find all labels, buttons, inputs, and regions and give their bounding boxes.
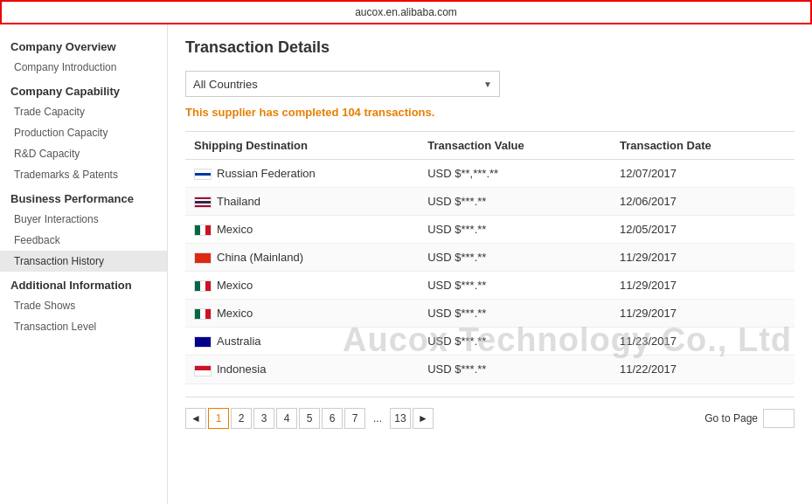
sidebar-item-feedback[interactable]: Feedback [0, 230, 167, 251]
sidebar-section-company-overview: Company Overview [0, 33, 167, 57]
page-title: Transaction Details [185, 38, 795, 57]
transaction-number: 104 [342, 106, 361, 119]
col-transaction-value: Transaction Value [419, 132, 611, 160]
url-text: aucox.en.alibaba.com [355, 6, 457, 18]
country-name: Mexico [217, 279, 253, 292]
page-btn-3[interactable]: 3 [253, 408, 274, 429]
cell-value: USD $***.** [419, 216, 611, 244]
cell-date: 12/07/2017 [611, 160, 795, 188]
flag-icon-ru [194, 169, 212, 180]
table-row: MexicoUSD $***.**11/29/2017 [185, 300, 795, 328]
dropdown-value: All Countries [193, 78, 258, 91]
table-row: China (Mainland)USD $***.**11/29/2017 [185, 244, 795, 272]
sidebar-section-additional-information: Additional Information [0, 272, 167, 295]
cell-country: Mexico [185, 216, 419, 244]
table-row: MexicoUSD $***.**12/05/2017 [185, 216, 795, 244]
country-dropdown[interactable]: All Countries ▼ [185, 71, 500, 97]
dropdown-arrow-icon: ▼ [483, 79, 492, 89]
cell-date: 12/06/2017 [611, 188, 795, 216]
cell-value: USD $***.** [419, 244, 611, 272]
flag-icon-mx [194, 280, 212, 292]
sidebar-item-trade-capacity[interactable]: Trade Capacity [0, 101, 167, 122]
cell-country: China (Mainland) [185, 244, 419, 272]
prev-page-button[interactable]: ◄ [185, 408, 206, 429]
sidebar-section-company-capability: Company Capability [0, 78, 167, 101]
flag-icon-cn [194, 252, 212, 264]
cell-date: 12/05/2017 [611, 216, 795, 244]
transaction-table: Shipping Destination Transaction Value T… [185, 131, 795, 384]
flag-icon-mx [194, 308, 212, 320]
go-to-page-input[interactable] [763, 409, 795, 428]
go-to-page-label: Go to Page [704, 412, 758, 425]
sidebar-item-trade-shows[interactable]: Trade Shows [0, 295, 167, 316]
country-name: Thailand [217, 195, 260, 208]
page-btn-2[interactable]: 2 [231, 408, 252, 429]
transaction-prefix: This supplier has completed [185, 106, 342, 119]
cell-date: 11/23/2017 [611, 328, 795, 356]
cell-country: Thailand [185, 188, 419, 216]
page-btn-7[interactable]: 7 [344, 408, 365, 429]
cell-country: Indonesia [185, 356, 419, 383]
country-name: China (Mainland) [217, 251, 303, 264]
sidebar-item-transaction-history[interactable]: Transaction History [0, 251, 167, 272]
table-row: IndonesiaUSD $***.**11/22/2017 [185, 356, 795, 383]
page-btn-6[interactable]: 6 [322, 408, 343, 429]
page-dots: ... [367, 408, 388, 429]
page-btn-13[interactable]: 13 [390, 408, 411, 429]
cell-date: 11/29/2017 [611, 244, 795, 272]
go-to-page: Go to Page [704, 409, 795, 428]
sidebar-item-company-introduction[interactable]: Company Introduction [0, 57, 167, 78]
main-content: Transaction Details All Countries ▼ This… [168, 24, 812, 443]
cell-value: USD $**,***.** [419, 160, 611, 188]
cell-country: Mexico [185, 300, 419, 328]
cell-country: Russian Federation [185, 160, 419, 188]
sidebar-section-business-performance: Business Performance [0, 185, 167, 209]
table-row: MexicoUSD $***.**11/29/2017 [185, 272, 795, 300]
cell-value: USD $***.** [419, 328, 611, 356]
cell-value: USD $***.** [419, 300, 611, 328]
cell-date: 11/29/2017 [611, 300, 795, 328]
cell-country: Australia [185, 328, 419, 356]
flag-icon-au [194, 336, 212, 348]
sidebar-item-buyer-interactions[interactable]: Buyer Interactions [0, 209, 167, 230]
sidebar-item-trademarks-patents[interactable]: Trademarks & Patents [0, 164, 167, 185]
col-transaction-date: Transaction Date [611, 132, 795, 160]
flag-icon-th [194, 197, 212, 208]
flag-icon-mx [194, 224, 212, 236]
transaction-count-row: This supplier has completed 104 transact… [185, 106, 795, 119]
table-row: ThailandUSD $***.**12/06/2017 [185, 188, 795, 216]
cell-date: 11/22/2017 [611, 356, 795, 383]
sidebar: Company OverviewCompany IntroductionComp… [0, 24, 168, 504]
transaction-suffix: transactions. [361, 106, 435, 119]
next-page-button[interactable]: ► [413, 408, 434, 429]
page-btn-1[interactable]: 1 [208, 408, 229, 429]
col-shipping-destination: Shipping Destination [185, 132, 419, 160]
sidebar-item-rd-capacity[interactable]: R&D Capacity [0, 143, 167, 164]
cell-value: USD $***.** [419, 188, 611, 216]
address-bar: aucox.en.alibaba.com [0, 0, 812, 24]
country-name: Indonesia [217, 362, 266, 376]
cell-value: USD $***.** [419, 356, 611, 383]
page-btn-4[interactable]: 4 [276, 408, 297, 429]
cell-value: USD $***.** [419, 272, 611, 300]
pagination: ◄ 1 2 3 4 5 6 7 ... 13 ► Go to Page [185, 397, 795, 429]
dropdown-row: All Countries ▼ [185, 71, 795, 97]
flag-icon-id [194, 365, 212, 376]
country-name: Russian Federation [217, 167, 316, 180]
country-name: Mexico [217, 223, 253, 236]
page-btn-5[interactable]: 5 [299, 408, 320, 429]
country-name: Mexico [217, 307, 253, 320]
table-row: Russian FederationUSD $**,***.**12/07/20… [185, 160, 795, 188]
sidebar-item-production-capacity[interactable]: Production Capacity [0, 122, 167, 143]
cell-date: 11/29/2017 [611, 272, 795, 300]
country-name: Australia [217, 335, 261, 348]
sidebar-item-transaction-level[interactable]: Transaction Level [0, 316, 167, 337]
cell-country: Mexico [185, 272, 419, 300]
table-row: AustraliaUSD $***.**11/23/2017 [185, 328, 795, 356]
